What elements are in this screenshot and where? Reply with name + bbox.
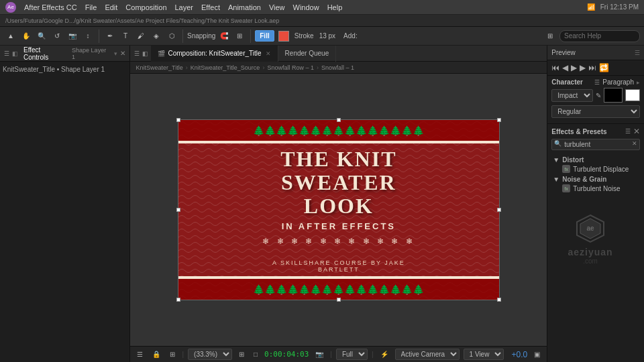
menu-edit[interactable]: Edit	[105, 3, 117, 11]
skip-back-btn[interactable]: ⏮	[551, 63, 559, 72]
camera-icon[interactable]: 📷	[313, 351, 326, 358]
turbulent-displace-item[interactable]: fx Turbulent Displace	[551, 164, 640, 174]
grid-btn[interactable]: ⊞	[236, 351, 247, 358]
camera-tool[interactable]: 📷	[66, 29, 79, 43]
breadcrumb-3[interactable]: Snowfall Row – 1	[267, 64, 314, 71]
viewer-lock-btn[interactable]: 🔒	[150, 351, 163, 358]
ec-layer-name: KnitSweater_Title • Shape Layer 1	[3, 64, 127, 74]
rotate-tool[interactable]: ↺	[50, 29, 64, 43]
menu-layer[interactable]: Layer	[175, 3, 194, 11]
select-tool[interactable]: ▲	[4, 29, 17, 43]
text-color-swatch2[interactable]	[625, 89, 640, 101]
render-queue-tab[interactable]: Render Queue	[278, 46, 337, 62]
main-title: THE KNIT SWEATER LOOK	[258, 147, 419, 219]
stroke-label: Stroke	[294, 32, 314, 40]
next-frame-btn[interactable]: ▶	[580, 63, 586, 72]
hand-tool[interactable]: ✋	[19, 29, 33, 43]
snapping-group: Snapping 🧲 ⊞	[187, 29, 251, 43]
timecode-display: 0:00:04:03	[264, 350, 309, 359]
menu-window[interactable]: Window	[293, 3, 319, 11]
pan-tool[interactable]: ↕	[81, 29, 95, 43]
effects-close-btn[interactable]: ✕	[633, 127, 640, 136]
zoom-dropdown[interactable]: (33.3%)	[188, 349, 232, 360]
time-display: Fri 12:13 PM	[600, 3, 639, 11]
font-name-dropdown[interactable]: Impact	[551, 89, 593, 102]
font-edit-btn[interactable]: ✎	[596, 92, 601, 99]
preview-controls: ⏮ ◀ ▶ ▶ ⏭ 🔁	[547, 60, 644, 75]
menu-help[interactable]: Help	[327, 3, 343, 11]
brush-tool[interactable]: 🖌	[134, 29, 148, 43]
fast-preview-btn[interactable]: ⚡	[378, 351, 391, 358]
handle-mr[interactable]	[497, 208, 501, 212]
file-path: /Users/Futura/Google D.../g/Knit Sweater…	[5, 17, 279, 24]
play-btn[interactable]: ▶	[571, 63, 577, 72]
paragraph-label: Paragraph	[602, 78, 634, 86]
character-label: Character	[551, 78, 583, 86]
fill-button[interactable]: Fill	[255, 30, 274, 42]
handle-ml[interactable]	[176, 208, 180, 212]
menu-view[interactable]: View	[269, 3, 285, 11]
effect-controls-tab[interactable]: Effect Controls	[21, 45, 69, 62]
subtitle: IN AFTER EFFECTS	[258, 221, 419, 231]
handle-br[interactable]	[497, 298, 501, 302]
distort-header[interactable]: ▼ Distort	[551, 156, 640, 164]
add-label: Add:	[343, 32, 358, 40]
right-panel: Preview ☰ ⏮ ◀ ▶ ▶ ⏭ 🔁 Character ☰ Paragr…	[547, 46, 644, 362]
character-section: Character ☰ Paragraph ▸ Impact ✎ Regular	[547, 76, 644, 124]
noise-label: Noise & Grain	[562, 176, 606, 183]
pen-tool[interactable]: ✒	[103, 29, 117, 43]
toolbar: ▲ ✋ 🔍 ↺ 📷 ↕ ✒ T 🖌 ◈ ⬡ Snapping 🧲 ⊞ Fill …	[0, 27, 644, 46]
effects-group-distort: ▼ Distort fx Turbulent Displace	[551, 156, 640, 174]
handle-bl[interactable]	[176, 298, 180, 302]
viewer-menu-btn[interactable]: ☰	[134, 351, 146, 358]
breadcrumb-1[interactable]: KnitSweater_Title	[136, 64, 182, 71]
comp-tab-close[interactable]: ✕	[266, 50, 271, 57]
breadcrumb-2[interactable]: KnitSweater_Title_Source	[191, 64, 260, 71]
viewer-comp-btn[interactable]: ⊞	[167, 351, 178, 358]
handle-tl[interactable]	[176, 118, 180, 122]
text-color-swatch[interactable]	[604, 88, 623, 103]
stroke-color-swatch[interactable]	[278, 31, 289, 42]
font-row: Impact ✎	[551, 88, 640, 103]
menu-aftereffects[interactable]: After Effects CC	[24, 3, 77, 11]
skip-forward-btn[interactable]: ⏭	[588, 63, 596, 72]
menu-file[interactable]: File	[85, 3, 97, 11]
handle-tm[interactable]	[337, 118, 341, 122]
effects-search-input[interactable]	[551, 139, 640, 150]
snap-toggle[interactable]: ⊞	[233, 29, 246, 43]
camera-dropdown[interactable]: Active Camera	[395, 349, 460, 360]
loop-btn[interactable]: 🔁	[599, 63, 609, 72]
magnet-icon[interactable]: 🧲	[217, 29, 231, 43]
panel-close-btn[interactable]: ✕	[120, 50, 125, 57]
stamp-tool[interactable]: ◈	[150, 29, 163, 43]
menu-effect[interactable]: Effect	[201, 3, 220, 11]
stroke-size: 13 px	[319, 32, 335, 40]
composition-canvas: 🌲🌲🌲🌲🌲🌲🌲🌲🌲🌲🌲🌲🌲🌲🌲 🌲🌲🌲🌲🌲🌲🌲🌲🌲🌲🌲🌲🌲🌲🌲 THE KNIT…	[178, 119, 500, 300]
offset-display: +0.0	[512, 350, 528, 359]
quality-dropdown[interactable]: Full	[336, 349, 368, 360]
wifi-icon: 📶	[587, 3, 595, 11]
region-btn[interactable]: □	[251, 351, 260, 358]
turbulent-noise-item[interactable]: fx Turbulent Noise	[551, 184, 640, 193]
breadcrumb-4[interactable]: Snowfall – 1	[321, 64, 354, 71]
effects-search-clear[interactable]: ✕	[632, 140, 637, 147]
handle-tr[interactable]	[497, 118, 501, 122]
help-search[interactable]	[559, 30, 640, 42]
effects-search-wrapper: 🔍 ✕	[551, 139, 640, 153]
zoom-tool[interactable]: 🔍	[35, 29, 48, 43]
font-style-dropdown[interactable]: Regular	[551, 105, 640, 118]
workspace-btn[interactable]: ⊞	[543, 29, 557, 43]
shape-tool[interactable]: ⬡	[165, 29, 178, 43]
toggle-btn[interactable]: ▣	[531, 351, 543, 358]
comp-tab-knit[interactable]: 🎬 Composition: KnitSweater_Title ✕	[151, 46, 278, 62]
effects-group-noise: ▼ Noise & Grain fx Turbulent Noise	[551, 175, 640, 193]
menu-animation[interactable]: Animation	[228, 3, 261, 11]
prev-frame-btn[interactable]: ◀	[562, 63, 568, 72]
view-count-dropdown[interactable]: 1 View	[464, 349, 504, 360]
menu-composition[interactable]: Composition	[125, 3, 166, 11]
preview-section: Preview ☰ ⏮ ◀ ▶ ▶ ⏭ 🔁	[547, 46, 644, 76]
handle-bm[interactable]	[337, 298, 341, 302]
noise-header[interactable]: ▼ Noise & Grain	[551, 175, 640, 184]
knit-title: THE KNIT SWEATER LOOK IN AFTER EFFECTS ❄…	[258, 147, 419, 273]
text-tool[interactable]: T	[119, 29, 132, 43]
